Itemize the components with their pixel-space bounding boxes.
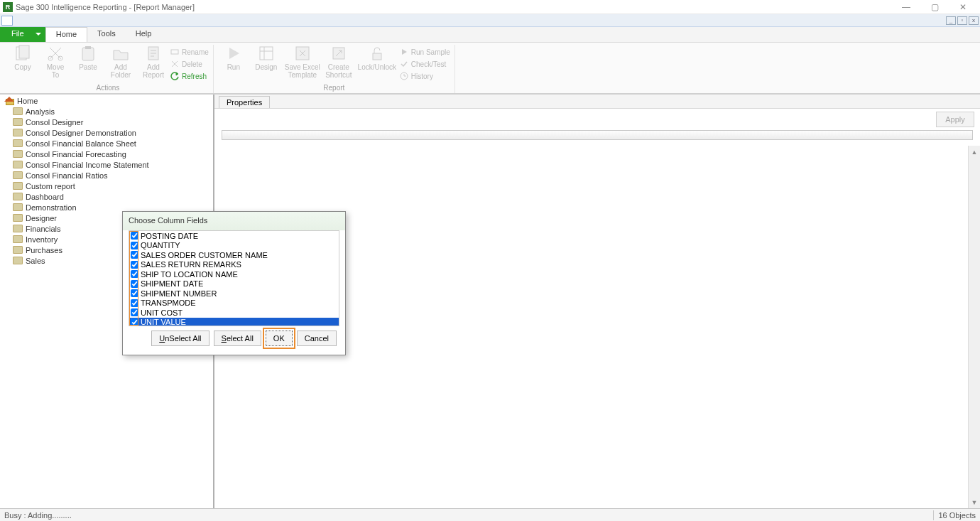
play-icon [225,45,242,62]
field-item[interactable]: SHIPMENT NUMBER [129,289,339,299]
app-icon: R [3,2,13,12]
lock-unlock-button[interactable]: Lock/Unlock [356,45,398,82]
add-report-button[interactable]: Add Report [138,45,169,82]
cancel-button[interactable]: Cancel [297,331,337,346]
tab-tools[interactable]: Tools [87,27,126,42]
field-checkbox[interactable] [131,261,138,269]
maximize-button[interactable]: ▢ [920,2,949,12]
field-label: TRANSPMODE [141,299,196,307]
field-item[interactable]: POSTING DATE [129,231,339,241]
field-item[interactable]: SHIPMENT DATE [129,279,339,289]
delete-button[interactable]: Delete [170,58,209,70]
close-button[interactable]: ✕ [949,2,977,12]
properties-tab[interactable]: Properties [219,96,270,108]
field-list[interactable]: POSTING DATEQUANTITYSALES ORDER CUSTOMER… [129,230,339,326]
run-button[interactable]: Run [218,45,249,82]
check-test-button[interactable]: Check/Test [400,58,450,70]
tree-item[interactable]: Consol Designer [10,117,213,127]
svg-rect-8 [260,47,273,60]
field-item[interactable]: SALES ORDER CUSTOMER NAME [129,250,339,260]
minimize-button[interactable]: — [892,2,920,12]
paste-icon [80,45,97,62]
field-checkbox[interactable] [131,280,138,288]
vertical-scrollbar[interactable]: ▲ ▼ [968,146,980,508]
tree-item[interactable]: Custom report [10,181,213,191]
folder-icon [13,129,23,136]
lock-icon [369,45,386,62]
field-item[interactable]: UNIT COST [129,308,339,318]
scroll-up[interactable]: ▲ [969,146,980,158]
refresh-button[interactable]: Refresh [170,70,209,82]
history-button[interactable]: History [400,70,450,82]
copy-button[interactable]: Copy [7,45,38,82]
tree-item-label: Consol Financial Ratios [26,171,108,180]
tree-item[interactable]: Consol Financial Balance Sheet [10,138,213,149]
folder-icon [13,161,23,168]
tree-item-label: Inventory [26,235,58,244]
field-label: SALES ORDER CUSTOMER NAME [141,251,268,259]
field-label: QUANTITY [141,241,180,249]
tree-item[interactable]: Dashboard [10,191,213,202]
home-icon [4,97,14,105]
field-item[interactable]: QUANTITY [129,241,339,251]
delete-icon [170,60,179,68]
ribbon: Copy Move To Paste Add Folder Add Report [0,43,980,94]
tab-home[interactable]: Home [45,27,87,42]
mdi-close[interactable]: x [969,16,979,25]
tree-item[interactable]: Consol Financial Ratios [10,170,213,181]
ribbon-group-report: Run Design Save Excel Template Create Sh… [214,45,455,93]
svg-rect-11 [373,53,381,60]
field-item[interactable]: SALES RETURN REMARKS [129,260,339,270]
field-checkbox[interactable] [131,318,138,326]
field-label: UNIT VALUE [141,318,186,326]
design-button[interactable]: Design [251,45,282,82]
scroll-track[interactable] [969,158,980,496]
field-label: SALES RETURN REMARKS [141,260,241,269]
tree-item-label: Consol Designer [26,118,83,127]
scroll-down[interactable]: ▼ [969,496,980,508]
field-checkbox[interactable] [131,299,138,307]
tab-help[interactable]: Help [126,27,162,42]
mdi-minimize[interactable]: _ [946,16,956,25]
field-item[interactable]: TRANSPMODE [129,299,339,308]
field-checkbox[interactable] [131,232,138,240]
field-checkbox[interactable] [131,251,138,259]
paste-button[interactable]: Paste [72,45,104,82]
field-label: SHIPMENT DATE [141,279,203,288]
status-right: 16 Objects [938,511,976,520]
field-checkbox[interactable] [131,289,138,297]
add-folder-button[interactable]: Add Folder [105,45,136,82]
select-all-button[interactable]: Select All [214,331,261,346]
tree-root[interactable]: Home [1,95,213,106]
field-checkbox[interactable] [131,270,138,278]
status-left: Busy : Adding......... [4,511,72,520]
add-report-icon [145,45,162,62]
save-excel-template-button[interactable]: Save Excel Template [283,45,322,82]
run-sample-button[interactable]: Run Sample [400,46,450,58]
field-checkbox[interactable] [131,242,138,249]
apply-button[interactable]: Apply [936,112,974,127]
play-small-icon [400,48,408,56]
menu-strip: File Home Tools Help [0,27,980,43]
rename-button[interactable]: Rename [170,46,209,58]
folder-icon [13,118,23,126]
tree-item-label: Dashboard [26,193,64,201]
tree-item[interactable]: Consol Financial Income Statement [10,159,213,170]
move-to-button[interactable]: Move To [40,45,71,82]
ok-button[interactable]: OK [266,331,293,346]
field-checkbox[interactable] [131,308,138,316]
tree-item[interactable]: Consol Financial Forecasting [10,149,213,159]
tree-item[interactable]: Analysis [10,106,213,117]
tree-item[interactable]: Consol Designer Demonstration [10,127,213,138]
folder-icon [13,225,23,232]
mdi-restore[interactable]: ▫ [957,16,967,25]
unselect-all-button[interactable]: UnSelect All [151,331,209,346]
field-item[interactable]: UNIT VALUE [129,318,339,327]
folder-icon [13,246,23,254]
title-bar: R Sage 300 Intelligence Reporting - [Rep… [0,0,980,14]
svg-rect-7 [171,50,178,54]
create-shortcut-button[interactable]: Create Shortcut [323,45,354,82]
group-label-actions: Actions [97,84,120,93]
field-item[interactable]: SHIP TO LOCATION NAME [129,269,339,279]
file-menu[interactable]: File [0,27,45,42]
